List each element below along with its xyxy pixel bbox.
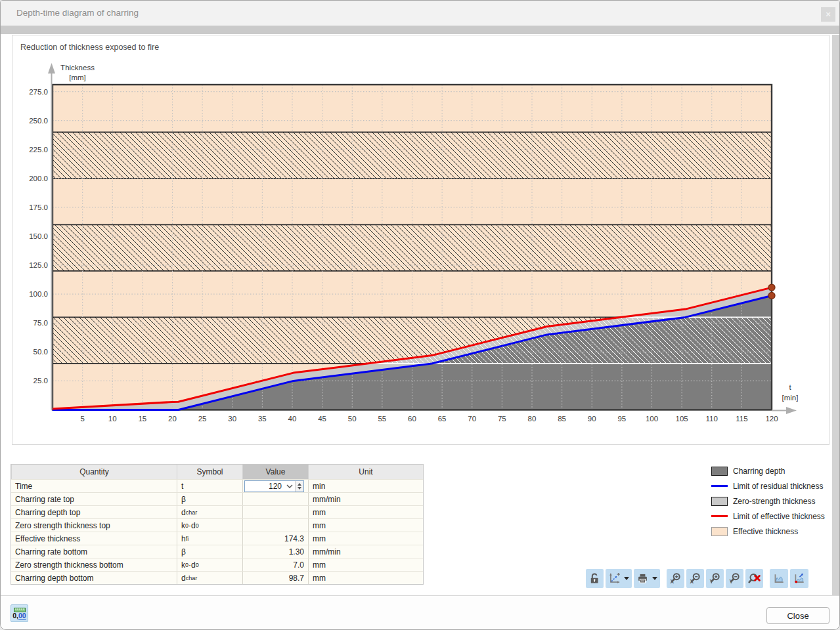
svg-text:50: 50 [348,415,357,423]
svg-text:120: 120 [765,415,778,423]
symbol-cell: β [177,493,242,505]
chart-area-icon [772,572,785,585]
close-button[interactable]: Close [766,607,829,624]
svg-text:45: 45 [318,415,326,423]
unit-cell: mm [308,558,423,571]
dropdown-caret-icon [624,577,629,580]
lock-open-icon [588,572,601,585]
svg-text:[mm]: [mm] [69,74,86,81]
table-row: Effective thicknesshfi174.3mm [11,532,423,545]
value-cell [242,519,308,532]
quantity-cell: Effective thickness [11,532,177,545]
table-row: Zero strength thickness bottomk0·d07.0mm [11,558,423,571]
zoom-reset-icon [748,572,761,585]
legend-label: Limit of residual thickness [733,482,823,491]
svg-text:Thickness: Thickness [60,64,95,72]
lock-open-button[interactable] [586,569,604,588]
value-cell[interactable]: 120 [242,480,308,492]
value-cell: 1.30 [242,545,308,558]
zoom-in-y-button[interactable]: Y [706,569,724,588]
svg-text:70: 70 [468,415,476,423]
svg-text:100: 100 [646,415,658,423]
chart-panel: 25.050.075.0100.0125.0150.0175.0200.0225… [12,35,829,445]
unit-cell: mm [308,506,423,518]
quantity-cell: Time [11,480,177,492]
zoom-out-y-button[interactable]: Y [726,569,743,588]
zoom-in-x-button[interactable]: X [667,569,684,588]
decimal-format-label: 0,00 [12,612,26,619]
symbol-cell: k0·d0 [177,558,242,571]
quantity-cell: Zero strength thickness bottom [11,558,177,571]
svg-text:85: 85 [558,415,566,423]
time-value: 120 [245,482,284,491]
dropdown-chevron-icon[interactable] [284,484,295,488]
unit-cell: mm/min [308,545,423,558]
legend-label: Zero-strength thickness [733,497,815,506]
table-row: Charring rate topβmm/min [11,492,423,505]
svg-text:75: 75 [498,415,506,423]
table-row: Timet120min [11,479,423,492]
svg-text:90: 90 [588,415,596,423]
unit-cell: mm [308,532,423,545]
zoom-in-y-icon: Y [709,572,721,585]
chart-area-button[interactable] [770,569,788,588]
legend-line-swatch [711,485,728,487]
scrollbar-track[interactable] [832,35,839,595]
symbol-cell: dchar [177,506,242,518]
unit-cell: mm [308,519,423,532]
svg-text:125.0: 125.0 [29,261,48,269]
column-header-quantity[interactable]: Quantity [11,465,177,479]
time-spinner[interactable]: 120 [244,480,304,492]
svg-text:Y: Y [710,578,714,585]
value-cell: 7.0 [242,558,308,571]
chart-axis-add-icon [608,572,621,585]
svg-text:25.0: 25.0 [33,377,48,385]
symbol-cell: dchar [177,572,242,584]
legend-label: Limit of effective thickness [733,512,825,521]
zoom-out-x-icon: X [689,572,701,585]
zoom-out-x-button[interactable]: X [686,569,704,588]
value-cell [242,493,308,505]
quantity-cell: Charring depth top [11,506,177,518]
zoom-reset-button[interactable] [745,569,763,588]
spin-down-icon[interactable] [298,487,301,490]
chart-fit-button[interactable] [790,569,808,588]
svg-text:5: 5 [80,415,84,423]
dialog-content: 25.050.075.0100.0125.0150.0175.0200.0225… [1,34,839,595]
svg-text:50.0: 50.0 [33,348,48,356]
value-cell [242,506,308,518]
titlebar: Depth-time diagram of charring × [1,1,839,26]
legend-item: Limit of effective thickness [711,509,825,524]
value-cell: 98.7 [242,572,308,584]
column-header-unit[interactable]: Unit [308,465,423,479]
svg-text:X: X [690,578,694,585]
unit-cell: mm [308,572,423,584]
column-header-value[interactable]: Value [242,465,308,479]
chart-axis-add-button[interactable] [606,569,632,588]
svg-text:150.0: 150.0 [29,232,48,240]
spinner-arrows[interactable] [295,481,303,492]
svg-text:65: 65 [438,415,447,423]
svg-text:Y: Y [730,578,734,585]
legend-fill-swatch [711,497,728,506]
legend-label: Charring depth [733,467,785,476]
quantity-cell: Charring rate top [11,493,177,505]
zoom-in-x-icon: X [669,572,682,585]
table-row: Charring depth topdcharmm [11,505,423,518]
legend-fill-swatch [711,467,728,476]
legend-item: Effective thickness [711,524,825,539]
unit-cell: min [308,480,423,492]
zoom-out-y-icon: Y [728,572,741,585]
svg-text:15: 15 [138,415,146,423]
window-close-button[interactable]: × [821,7,835,22]
svg-text:225.0: 225.0 [29,146,48,154]
chart-toolbar: X X Y Y [586,569,810,588]
chart-title: Reduction of thickness exposed to fire [20,43,159,52]
spin-up-icon[interactable] [298,483,301,486]
svg-text:[min]: [min] [782,394,799,402]
printer-button[interactable] [634,569,660,588]
dialog-depth-time-diagram: Depth-time diagram of charring × 25.050.… [0,0,840,630]
decimal-places-button[interactable]: 0,00 [11,604,28,622]
column-header-symbol[interactable]: Symbol [177,465,242,479]
symbol-cell: t [177,480,242,492]
